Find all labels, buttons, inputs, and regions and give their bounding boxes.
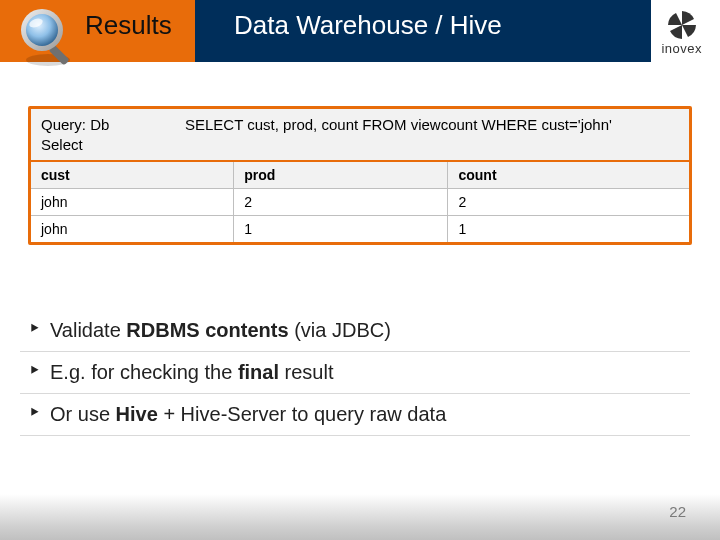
query-label: Query: Db Select bbox=[31, 109, 175, 160]
list-item: Or use Hive + Hive-Server to query raw d… bbox=[20, 394, 690, 436]
table-header-row: cust prod count bbox=[31, 162, 689, 189]
header-results-label: Results bbox=[85, 10, 172, 41]
query-section: Query: Db Select SELECT cust, prod, coun… bbox=[31, 109, 689, 162]
brand-logo: inovex bbox=[661, 10, 702, 56]
table-cell: john bbox=[31, 189, 234, 216]
svg-point-3 bbox=[26, 14, 58, 46]
header: Results Data Warehouse / Hive bbox=[0, 0, 720, 62]
table-cell: 1 bbox=[234, 216, 448, 243]
brand-logo-text: inovex bbox=[661, 41, 702, 56]
table-cell: john bbox=[31, 216, 234, 243]
header-topic-label: Data Warehouse / Hive bbox=[234, 10, 502, 41]
list-item: E.g. for checking the final result bbox=[20, 352, 690, 394]
query-results-box: Query: Db Select SELECT cust, prod, coun… bbox=[28, 106, 692, 245]
list-item: Validate RDBMS contents (via JDBC) bbox=[20, 310, 690, 352]
table-row: john 1 1 bbox=[31, 216, 689, 243]
page-number: 22 bbox=[669, 503, 686, 520]
pinwheel-icon bbox=[667, 10, 697, 40]
bullet-text: Or use bbox=[50, 403, 116, 425]
magnifier-icon bbox=[14, 4, 80, 70]
footer-gradient bbox=[0, 494, 720, 540]
table-cell: 1 bbox=[448, 216, 689, 243]
bullet-text-bold: final bbox=[238, 361, 279, 383]
bullet-text-bold: Hive bbox=[116, 403, 158, 425]
col-header: count bbox=[448, 162, 689, 189]
query-label-line1: Query: Db bbox=[41, 116, 109, 133]
bullet-text: result bbox=[279, 361, 333, 383]
query-sql: SELECT cust, prod, count FROM viewcount … bbox=[175, 109, 689, 160]
table-row: john 2 2 bbox=[31, 189, 689, 216]
slide: Results Data Warehouse / Hive bbox=[0, 0, 720, 540]
table-cell: 2 bbox=[234, 189, 448, 216]
results-table: cust prod count john 2 2 john 1 1 bbox=[31, 162, 689, 242]
bullet-text: (via JDBC) bbox=[289, 319, 391, 341]
bullet-list: Validate RDBMS contents (via JDBC) E.g. … bbox=[20, 310, 690, 436]
table-cell: 2 bbox=[448, 189, 689, 216]
bullet-text: + Hive-Server to query raw data bbox=[158, 403, 446, 425]
col-header: cust bbox=[31, 162, 234, 189]
col-header: prod bbox=[234, 162, 448, 189]
query-label-line2: Select bbox=[41, 136, 83, 153]
bullet-text: E.g. for checking the bbox=[50, 361, 238, 383]
bullet-text-bold: RDBMS contents bbox=[126, 319, 288, 341]
bullet-text: Validate bbox=[50, 319, 126, 341]
